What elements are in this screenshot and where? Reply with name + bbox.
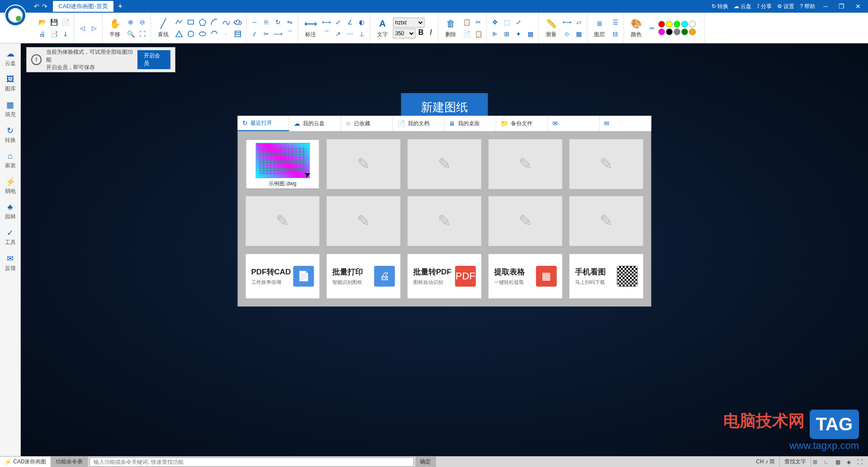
user-avatar[interactable] bbox=[5, 5, 26, 26]
minimize-button[interactable]: ─ bbox=[821, 2, 830, 11]
ortho-icon[interactable]: ∟ bbox=[822, 458, 831, 466]
ime-status[interactable]: CH ♪ 简 bbox=[751, 457, 780, 467]
layer-prop-icon[interactable]: ⊟ bbox=[610, 28, 621, 39]
file-slot[interactable]: ✎ bbox=[408, 196, 481, 246]
file-slot[interactable]: ✎ bbox=[327, 139, 401, 189]
search-text[interactable]: 查找文字 bbox=[780, 457, 811, 467]
maximize-button[interactable]: ❐ bbox=[836, 2, 847, 11]
polygon-icon[interactable] bbox=[197, 17, 208, 28]
line-button[interactable]: ╱ 直线 bbox=[154, 17, 173, 38]
tab-home[interactable]: CAD迷你画图-首页 bbox=[53, 1, 113, 12]
print-icon[interactable]: 🖨 bbox=[37, 28, 47, 39]
canvas-area[interactable]: ! 当前为体验模式，可试用全部绘图功能 开启会员，即可保存 开启会员 新建图纸 … bbox=[21, 43, 868, 456]
spline-icon[interactable] bbox=[221, 17, 231, 28]
back-icon[interactable]: ◁ bbox=[77, 23, 88, 33]
sidebar-item-家装[interactable]: ⌂家装 bbox=[0, 150, 20, 171]
bold-button[interactable]: B bbox=[416, 28, 425, 38]
panel-tab[interactable]: ☁我的云盘 bbox=[289, 116, 341, 131]
sidebar-item-弱电[interactable]: ⚡弱电 bbox=[0, 175, 20, 197]
text-button[interactable]: A 文字 bbox=[373, 17, 392, 38]
file-slot[interactable]: ✎ bbox=[489, 139, 562, 189]
area-icon[interactable]: ▱ bbox=[573, 17, 584, 28]
feature-card[interactable]: 提取表格一键轻松提取▦ bbox=[489, 254, 562, 298]
pan-button[interactable]: ✋ 平移 bbox=[105, 17, 124, 38]
linetype-icon[interactable]: ═ bbox=[646, 23, 657, 33]
rect-icon[interactable] bbox=[185, 17, 196, 28]
forward-icon[interactable]: ▷ bbox=[89, 23, 99, 33]
move-icon[interactable]: ↔ bbox=[249, 17, 260, 28]
undo-icon[interactable]: ↶ bbox=[34, 3, 39, 10]
settings-button[interactable]: ⚙设置 bbox=[777, 3, 794, 10]
measure-button[interactable]: 📏 测量 bbox=[542, 17, 561, 38]
extend-icon[interactable]: ⟶ bbox=[273, 28, 283, 39]
paste-icon[interactable]: 📄 bbox=[461, 28, 472, 39]
color-swatch[interactable] bbox=[681, 21, 688, 28]
dim-arc-icon[interactable]: ⌒ bbox=[321, 28, 332, 39]
panel-tab[interactable]: 🖥我的桌面 bbox=[444, 116, 496, 131]
align-icon[interactable]: ⫸ bbox=[490, 28, 500, 39]
feature-card[interactable]: 手机看图马上扫码下载 bbox=[570, 254, 643, 298]
dim-linear-icon[interactable]: ⟷ bbox=[321, 17, 332, 28]
fullscreen-icon[interactable]: ⛶ bbox=[855, 458, 864, 466]
pdf-icon[interactable]: 📑 bbox=[48, 28, 59, 39]
ellipse-icon[interactable] bbox=[197, 28, 208, 39]
panel-tab[interactable]: ✉ bbox=[599, 116, 651, 131]
new-icon[interactable]: 📄 bbox=[60, 17, 71, 28]
copy-icon[interactable]: ⎘ bbox=[261, 17, 272, 28]
dim-radius-icon[interactable]: ◐ bbox=[356, 17, 367, 28]
feature-card[interactable]: PDF转CAD工作效率倍增📄 bbox=[246, 254, 320, 298]
color-swatch[interactable] bbox=[689, 28, 696, 35]
color-swatch[interactable] bbox=[674, 21, 680, 28]
layer-list-icon[interactable]: ☰ bbox=[610, 17, 621, 28]
color-swatch[interactable] bbox=[681, 28, 688, 35]
file-slot[interactable]: ✎ bbox=[570, 139, 643, 189]
file-slot[interactable]: ✎ bbox=[570, 196, 643, 246]
font-select[interactable]: hztxt bbox=[393, 18, 425, 28]
dim-angle-icon[interactable]: ∠ bbox=[344, 17, 355, 28]
sidebar-item-转换[interactable]: ↻转换 bbox=[0, 124, 20, 146]
sidebar-item-园林[interactable]: ♣园林 bbox=[0, 201, 20, 222]
color-swatch[interactable] bbox=[689, 21, 696, 28]
help-button[interactable]: ?帮助 bbox=[800, 3, 815, 10]
status-app[interactable]: ⚡CAD迷你画图 bbox=[0, 457, 51, 467]
delete-button[interactable]: 🗑 删除 bbox=[441, 17, 460, 38]
panel-tab[interactable]: 📄我的文档 bbox=[393, 116, 444, 131]
circle-icon[interactable] bbox=[185, 28, 196, 39]
italic-button[interactable]: I bbox=[426, 28, 435, 38]
color-button[interactable]: 🎨 颜色 bbox=[627, 17, 646, 38]
convert-button[interactable]: ↻转换 bbox=[712, 3, 728, 10]
cloud-button[interactable]: ☁云盘 bbox=[734, 3, 751, 10]
offset-icon[interactable]: ⫽ bbox=[249, 28, 260, 39]
move2-icon[interactable]: ✥ bbox=[490, 17, 500, 28]
cut-icon[interactable]: ✂ bbox=[473, 17, 484, 28]
dist-icon[interactable]: ⟷ bbox=[561, 17, 572, 28]
scale-icon[interactable]: ⤢ bbox=[513, 17, 524, 28]
file-slot[interactable]: ✎ bbox=[408, 139, 481, 189]
tab-add-button[interactable]: + bbox=[118, 2, 123, 11]
color-swatch[interactable] bbox=[674, 28, 680, 35]
triangle-icon[interactable] bbox=[174, 28, 184, 39]
dim-ord-icon[interactable]: ⊥ bbox=[356, 28, 367, 39]
sidebar-item-填充[interactable]: ▦填充 bbox=[0, 98, 20, 120]
sidebar-item-反馈[interactable]: ✉反馈 bbox=[0, 252, 20, 274]
block-icon[interactable]: ▦ bbox=[525, 28, 536, 39]
copy2-icon[interactable]: 📋 bbox=[461, 17, 472, 28]
share-button[interactable]: ⤴分享 bbox=[757, 3, 772, 10]
rotate-icon[interactable]: ↻ bbox=[273, 17, 283, 28]
panel-tab[interactable]: ✉ bbox=[548, 116, 599, 131]
redo-icon[interactable]: ↷ bbox=[42, 3, 47, 10]
layer-button[interactable]: ≡ 图层 bbox=[590, 17, 609, 38]
file-slot[interactable]: ✎ bbox=[489, 196, 562, 246]
zoom-in-icon[interactable]: ⊕ bbox=[125, 17, 136, 28]
dim-cont-icon[interactable]: ⋯ bbox=[344, 28, 355, 39]
export-icon[interactable]: ⤓ bbox=[60, 28, 71, 39]
mirror-icon[interactable]: ⇋ bbox=[284, 17, 295, 28]
dim-align-icon[interactable]: ⤢ bbox=[333, 17, 344, 28]
arc-icon[interactable] bbox=[209, 17, 220, 28]
open-icon[interactable]: 📂 bbox=[37, 17, 47, 28]
sidebar-item-云盘[interactable]: ☁云盘 bbox=[0, 47, 20, 69]
panel-tab[interactable]: ↻最近打开 bbox=[238, 116, 289, 131]
paste2-icon[interactable]: 📋 bbox=[473, 28, 484, 39]
snap-icon[interactable]: ⊞ bbox=[811, 458, 819, 466]
command-input[interactable] bbox=[90, 458, 413, 467]
